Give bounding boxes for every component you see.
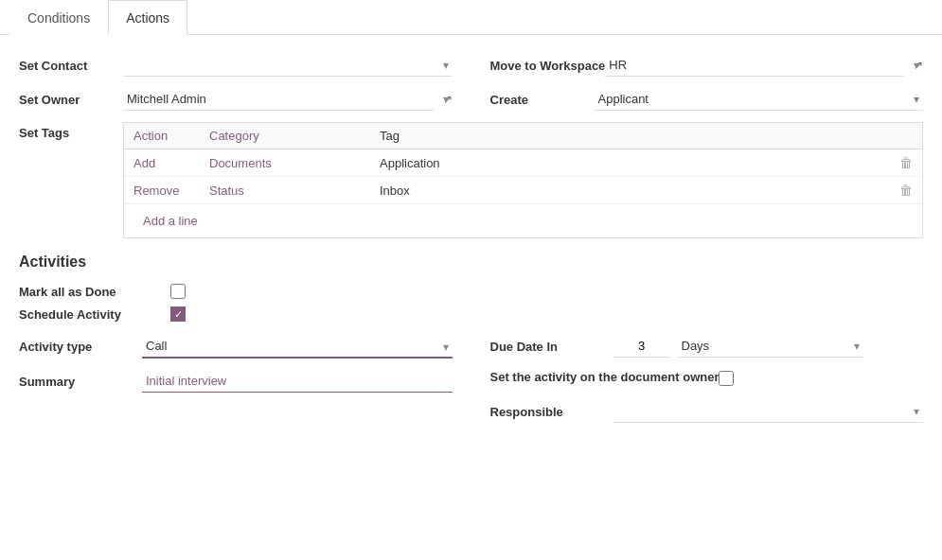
add-line-button[interactable]: Add a line <box>133 210 207 232</box>
set-on-owner-checkbox-wrap <box>719 371 734 389</box>
set-owner-label: Set Owner <box>19 93 123 107</box>
create-label: Create <box>490 93 595 107</box>
due-date-unit-select[interactable] <box>678 335 863 358</box>
main-content: Set Contact Set Owner Move to Workspace <box>0 35 942 472</box>
create-row: Create <box>490 88 924 111</box>
set-tags-section: Set Tags Action Category Tag Add Documen… <box>19 122 923 238</box>
activity-type-label: Activity type <box>19 340 142 354</box>
tags-col-delete-header <box>890 123 922 149</box>
activity-details-grid: Activity type Summary Due Date In <box>19 335 923 434</box>
mark-all-done-checkbox[interactable] <box>170 284 186 299</box>
mark-all-done-label: Mark all as Done <box>19 285 170 299</box>
responsible-field[interactable] <box>613 400 924 423</box>
set-owner-row: Set Owner <box>19 88 453 111</box>
tags-row2-category: Status <box>200 177 370 204</box>
set-on-owner-checkbox[interactable] <box>719 371 734 386</box>
set-tags-label: Set Tags <box>19 122 123 238</box>
table-row: Remove Status Inbox 🗑 <box>124 177 922 204</box>
tags-row1-category: Documents <box>200 149 370 177</box>
left-col: Set Contact Set Owner <box>19 54 453 122</box>
summary-field[interactable] <box>142 370 453 393</box>
move-to-workspace-row: Move to Workspace <box>490 54 924 77</box>
schedule-activity-label: Schedule Activity <box>19 307 170 322</box>
set-contact-input[interactable] <box>123 54 453 77</box>
activities-title: Activities <box>19 254 923 271</box>
set-on-owner-row: Set the activity on the document owner <box>490 369 924 389</box>
activities-section: Activities Mark all as Done Schedule Act… <box>19 254 923 434</box>
activity-type-input[interactable] <box>142 335 453 359</box>
summary-row: Summary <box>19 370 453 393</box>
tabs-bar: Conditions Actions <box>0 0 942 35</box>
set-contact-label: Set Contact <box>19 59 123 73</box>
top-form: Set Contact Set Owner Move to Workspace <box>19 54 923 122</box>
tab-actions[interactable]: Actions <box>108 0 187 35</box>
tags-row2-tag: Inbox <box>370 177 890 204</box>
set-owner-input[interactable] <box>123 88 434 111</box>
tags-col-action: Action <box>124 123 200 149</box>
right-col: Move to Workspace Create <box>490 54 924 122</box>
table-row: Add Documents Application 🗑 <box>124 149 922 177</box>
summary-input[interactable] <box>142 370 453 393</box>
move-to-workspace-label: Move to Workspace <box>490 59 606 73</box>
create-input[interactable] <box>595 88 924 111</box>
due-date-number-input[interactable] <box>613 335 670 358</box>
tags-col-category: Category <box>200 123 370 149</box>
tab-conditions[interactable]: Conditions <box>9 0 108 35</box>
tags-row1-tag: Application <box>370 149 890 177</box>
responsible-input[interactable] <box>613 400 924 423</box>
move-to-workspace-external-link[interactable] <box>914 59 923 72</box>
responsible-row: Responsible <box>490 400 924 423</box>
move-to-workspace-field[interactable] <box>605 54 923 77</box>
table-row-add: Add a line <box>124 204 922 238</box>
due-date-unit-input[interactable] <box>678 335 863 358</box>
move-to-workspace-input[interactable] <box>605 54 904 77</box>
due-date-field <box>613 335 924 358</box>
responsible-label: Responsible <box>490 405 613 419</box>
set-owner-external-link[interactable] <box>443 93 453 106</box>
tags-row1-delete[interactable]: 🗑 <box>890 149 922 177</box>
activity-type-row: Activity type <box>19 335 453 359</box>
mark-all-done-row: Mark all as Done <box>19 284 923 299</box>
create-field[interactable] <box>595 88 924 111</box>
tags-col-tag: Tag <box>370 123 890 149</box>
activity-type-field[interactable] <box>142 335 453 359</box>
set-contact-field[interactable] <box>123 54 453 77</box>
activity-right-col: Due Date In Set the activity on the doc <box>490 335 924 434</box>
tags-table: Action Category Tag Add Documents Applic… <box>123 122 923 238</box>
tags-row2-delete[interactable]: 🗑 <box>890 177 922 204</box>
set-on-owner-label: Set the activity on the document owner <box>490 369 720 386</box>
tags-add-line-cell: Add a line <box>124 204 922 238</box>
tags-row2-action: Remove <box>124 177 200 204</box>
tags-row1-action: Add <box>124 149 200 177</box>
set-contact-row: Set Contact <box>19 54 453 77</box>
schedule-activity-checkbox[interactable]: ✓ <box>170 306 186 322</box>
due-date-row: Due Date In <box>490 335 924 358</box>
schedule-activity-row: Schedule Activity ✓ <box>19 306 923 322</box>
set-owner-field[interactable] <box>123 88 453 111</box>
due-date-label: Due Date In <box>490 340 613 354</box>
summary-label: Summary <box>19 375 142 389</box>
activity-left-col: Activity type Summary <box>19 335 453 434</box>
